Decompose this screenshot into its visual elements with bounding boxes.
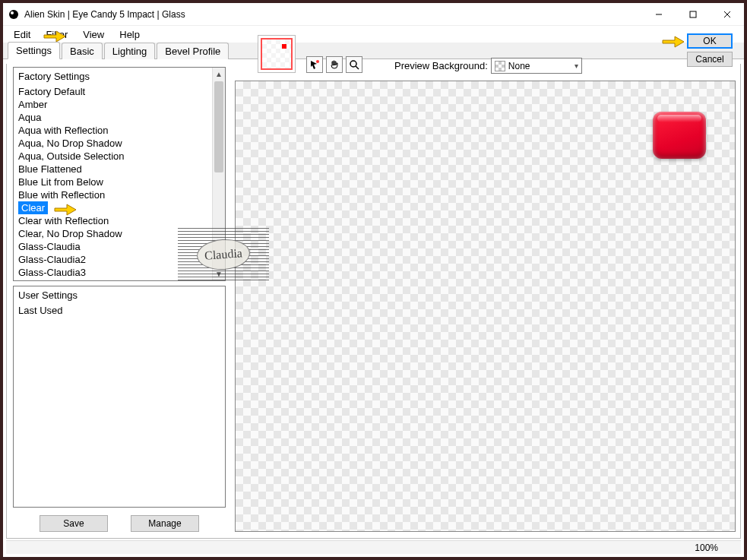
- cancel-button[interactable]: Cancel: [687, 52, 733, 67]
- list-item[interactable]: Aqua with Reflection: [14, 124, 225, 137]
- tab-lighting[interactable]: Lighting: [104, 43, 156, 59]
- svg-point-6: [316, 60, 319, 63]
- zoom-tool-icon[interactable]: [346, 56, 362, 73]
- factory-settings-header: Factory Settings: [14, 68, 225, 85]
- list-item[interactable]: Aqua: [14, 111, 225, 124]
- hand-tool-icon[interactable]: [326, 56, 343, 73]
- list-item[interactable]: Amber: [14, 98, 225, 111]
- manage-button[interactable]: Manage: [131, 515, 199, 532]
- menu-edit[interactable]: Edit: [6, 27, 38, 42]
- svg-point-0: [9, 10, 18, 19]
- minimize-button[interactable]: [641, 3, 676, 26]
- scrollbar[interactable]: ▲ ▼: [212, 68, 225, 280]
- user-settings-header: User Settings: [14, 286, 225, 304]
- preview-background-select[interactable]: None ▾: [491, 58, 582, 74]
- preview-background-label: Preview Background:: [394, 60, 488, 71]
- user-settings-list[interactable]: User Settings Last Used: [13, 286, 226, 508]
- svg-point-7: [350, 61, 356, 67]
- menu-filter[interactable]: Filter: [38, 27, 75, 42]
- tab-bevel-profile[interactable]: Bevel Profile: [157, 43, 229, 59]
- list-item[interactable]: Glass-Claudia2: [14, 253, 225, 266]
- app-icon: [8, 8, 20, 21]
- svg-rect-3: [690, 11, 696, 17]
- list-item-selected[interactable]: Clear: [18, 201, 48, 214]
- list-item[interactable]: Factory Default: [14, 85, 225, 98]
- statusbar: 100%: [6, 540, 741, 554]
- menu-view[interactable]: View: [75, 27, 112, 42]
- ok-button[interactable]: OK: [687, 33, 733, 49]
- chevron-down-icon: ▾: [574, 62, 578, 70]
- preview-canvas[interactable]: [235, 81, 736, 532]
- tab-settings[interactable]: Settings: [8, 42, 60, 59]
- list-item[interactable]: Last Used: [14, 304, 225, 317]
- list-item[interactable]: Blue Lit from Below: [14, 176, 225, 188]
- scroll-up-icon[interactable]: ▲: [213, 68, 225, 81]
- list-item[interactable]: Clear, No Drop Shadow: [14, 227, 225, 240]
- tab-basic[interactable]: Basic: [62, 43, 103, 59]
- list-item[interactable]: Clear with Reflection: [14, 214, 225, 227]
- save-button[interactable]: Save: [40, 515, 108, 532]
- list-item[interactable]: Blue with Reflection: [14, 188, 225, 201]
- svg-point-1: [11, 11, 14, 14]
- transparency-swatch-icon: [495, 61, 505, 71]
- window-title: Alien Skin | Eye Candy 5 Impact | Glass: [24, 9, 185, 20]
- list-item[interactable]: Glass-Claudia: [14, 240, 225, 253]
- scroll-down-icon[interactable]: ▼: [213, 267, 225, 280]
- svg-line-8: [356, 66, 359, 69]
- menubar: Edit Filter View Help: [3, 26, 744, 43]
- navigator-thumbnail[interactable]: [258, 35, 296, 73]
- preview-object: [653, 112, 706, 159]
- preview-background-value: None: [508, 61, 530, 71]
- list-item[interactable]: Glass-Claudia3: [14, 266, 225, 279]
- close-button[interactable]: [710, 3, 744, 26]
- list-item[interactable]: Aqua, Outside Selection: [14, 150, 225, 163]
- factory-settings-list[interactable]: Factory Settings Factory DefaultAmberAqu…: [13, 67, 226, 281]
- pointer-tool-icon[interactable]: [306, 56, 323, 73]
- list-item[interactable]: Blue Flattened: [14, 163, 225, 176]
- menu-help[interactable]: Help: [112, 27, 147, 42]
- zoom-level: 100%: [695, 543, 718, 553]
- scroll-thumb[interactable]: [214, 81, 223, 172]
- list-item[interactable]: Aqua, No Drop Shadow: [14, 137, 225, 150]
- titlebar: Alien Skin | Eye Candy 5 Impact | Glass: [3, 3, 744, 26]
- maximize-button[interactable]: [676, 3, 710, 26]
